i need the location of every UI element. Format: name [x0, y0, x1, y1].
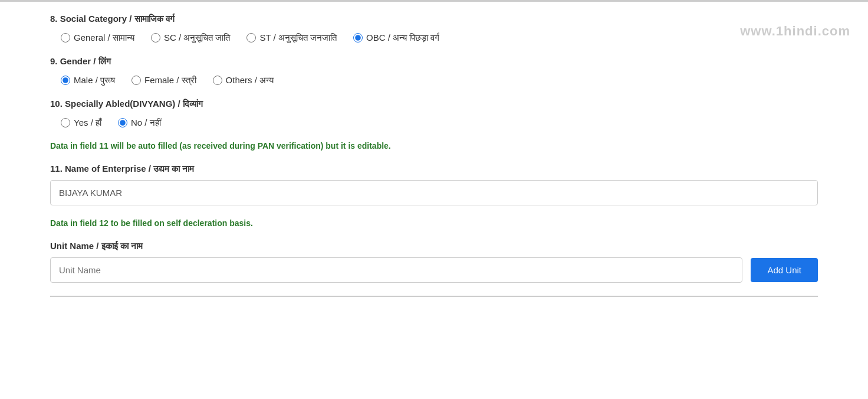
radio-option-no[interactable]: No / नहीं [118, 117, 161, 128]
unit-name-input[interactable] [50, 257, 742, 283]
enterprise-name-section: 11. Name of Enterprise / उद्यम का नाम [50, 163, 818, 205]
radio-option-obc[interactable]: OBC / अन्य पिछड़ा वर्ग [353, 32, 439, 43]
radio-general-label[interactable]: General / सामान्य [74, 32, 134, 43]
self-declaration-section: Data in field 12 to be filled on self de… [50, 218, 818, 228]
radio-male-label[interactable]: Male / पुरूष [74, 75, 115, 86]
radio-option-sc[interactable]: SC / अनुसूचित जाति [151, 32, 231, 43]
main-content: 8. Social Category / सामाजिक वर्ग Genera… [0, 2, 868, 309]
radio-st-label[interactable]: ST / अनुसूचित जनजाति [259, 32, 337, 43]
bottom-border [50, 296, 818, 297]
radio-no-label[interactable]: No / नहीं [131, 117, 161, 128]
pan-info-text: Data in field 11 will be auto filled (as… [50, 141, 818, 151]
radio-option-st[interactable]: ST / अनुसूचित जनजाति [246, 32, 337, 43]
pan-info-section: Data in field 11 will be auto filled (as… [50, 141, 818, 151]
page-container: www.1hindi.com 8. Social Category / सामा… [0, 0, 868, 399]
radio-others-label[interactable]: Others / अन्य [226, 75, 274, 86]
unit-name-section: Unit Name / इकाई का नाम Add Unit [50, 241, 818, 283]
radio-female-label[interactable]: Female / स्त्री [144, 75, 196, 86]
unit-name-label: Unit Name / इकाई का नाम [50, 241, 818, 251]
specially-abled-section: 10. Specially Abled(DIVYANG) / दिव्यांग … [50, 99, 818, 128]
radio-no[interactable] [118, 118, 127, 127]
radio-others[interactable] [213, 76, 222, 85]
radio-sc-label[interactable]: SC / अनुसूचित जाति [164, 32, 231, 43]
add-unit-button[interactable]: Add Unit [751, 258, 818, 282]
radio-male[interactable] [61, 76, 70, 85]
self-declaration-text: Data in field 12 to be filled on self de… [50, 218, 818, 228]
radio-sc[interactable] [151, 33, 160, 42]
social-category-section: 8. Social Category / सामाजिक वर्ग Genera… [50, 14, 818, 43]
enterprise-name-label: 11. Name of Enterprise / उद्यम का नाम [50, 163, 818, 174]
social-category-radio-group: General / सामान्य SC / अनुसूचित जाति ST … [61, 32, 818, 43]
unit-name-row: Add Unit [50, 257, 818, 283]
social-category-title: 8. Social Category / सामाजिक वर्ग [50, 14, 818, 24]
radio-general[interactable] [61, 33, 70, 42]
radio-st[interactable] [246, 33, 256, 42]
gender-section: 9. Gender / लिंग Male / पुरूष Female / स… [50, 56, 818, 86]
radio-option-general[interactable]: General / सामान्य [61, 32, 134, 43]
radio-option-female[interactable]: Female / स्त्री [131, 75, 196, 86]
radio-yes[interactable] [61, 118, 70, 127]
specially-abled-title: 10. Specially Abled(DIVYANG) / दिव्यांग [50, 99, 818, 109]
radio-obc-label[interactable]: OBC / अन्य पिछड़ा वर्ग [366, 32, 439, 43]
radio-yes-label[interactable]: Yes / हाँ [74, 117, 101, 128]
radio-female[interactable] [131, 76, 141, 85]
gender-radio-group: Male / पुरूष Female / स्त्री Others / अन… [61, 75, 818, 86]
enterprise-name-input[interactable] [50, 180, 818, 205]
gender-title: 9. Gender / लिंग [50, 56, 818, 67]
specially-abled-radio-group: Yes / हाँ No / नहीं [61, 117, 818, 128]
radio-option-others[interactable]: Others / अन्य [213, 75, 274, 86]
radio-obc[interactable] [353, 33, 363, 42]
radio-option-yes[interactable]: Yes / हाँ [61, 117, 101, 128]
radio-option-male[interactable]: Male / पुरूष [61, 75, 115, 86]
